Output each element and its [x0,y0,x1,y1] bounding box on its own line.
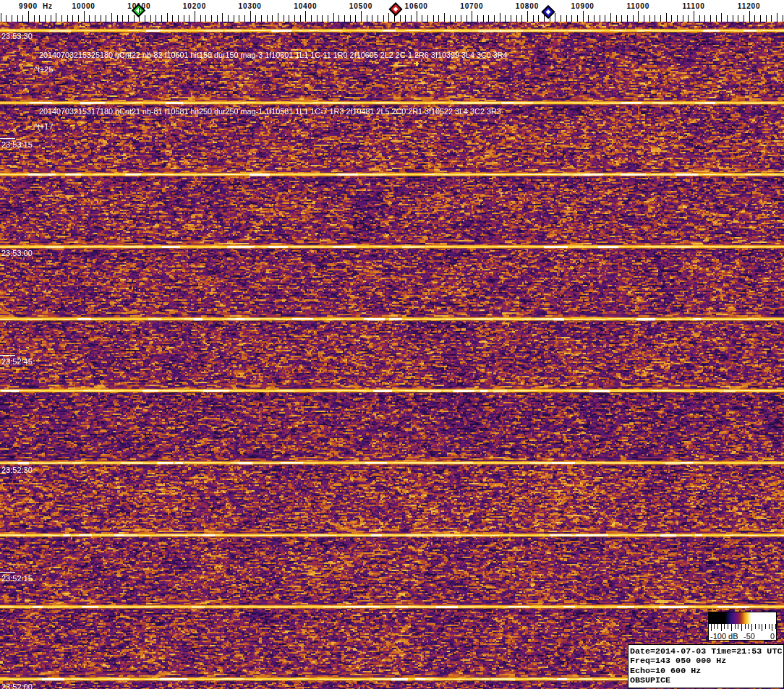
svg-text:11000: 11000 [626,2,649,10]
svg-text:10000: 10000 [72,2,95,10]
svg-text:11100: 11100 [682,2,704,10]
svg-text:10600: 10600 [405,2,428,10]
svg-text:10500: 10500 [349,2,372,10]
svg-text:10700: 10700 [460,2,483,10]
svg-text:10400: 10400 [294,2,317,10]
svg-text:10300: 10300 [239,2,262,10]
svg-text:10800: 10800 [516,2,539,10]
svg-text:9900: 9900 [19,2,38,10]
svg-text:11200: 11200 [738,2,761,10]
svg-text:Hz: Hz [43,2,53,10]
svg-text:10200: 10200 [183,2,206,10]
svg-text:10900: 10900 [571,2,595,10]
